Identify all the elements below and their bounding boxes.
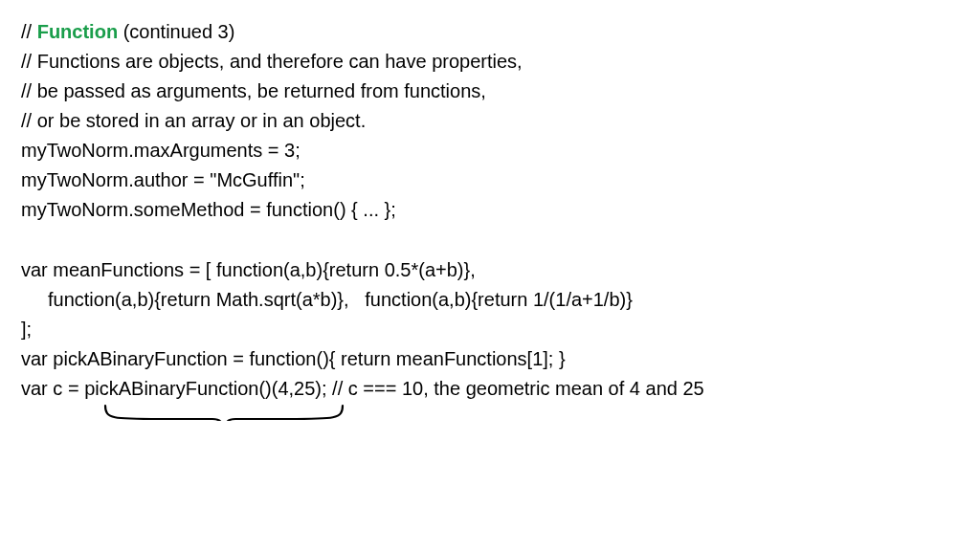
code-line-10: ];	[21, 315, 959, 344]
code-line-7: myTwoNorm.someMethod = function() { ... …	[21, 195, 959, 225]
code-line-4: // or be stored in an array or in an obj…	[21, 106, 959, 136]
comment-suffix: (continued 3)	[118, 21, 234, 42]
curly-brace-icon	[103, 404, 345, 421]
code-line-9: function(a,b){return Math.sqrt(a*b)}, fu…	[21, 285, 959, 315]
code-line-12: var c = pickABinaryFunction()(4,25); // …	[21, 374, 959, 404]
code-line-8: var meanFunctions = [ function(a,b){retu…	[21, 255, 959, 285]
code-line-2: // Functions are objects, and therefore …	[21, 47, 959, 77]
code-line-11: var pickABinaryFunction = function(){ re…	[21, 344, 959, 374]
code-line-3: // be passed as arguments, be returned f…	[21, 77, 959, 106]
code-line-6: myTwoNorm.author = "McGuffin";	[21, 165, 959, 195]
blank-line	[21, 225, 959, 255]
keyword-function: Function	[37, 21, 118, 42]
code-line-5: myTwoNorm.maxArguments = 3;	[21, 136, 959, 165]
code-line-1: // Function (continued 3)	[21, 17, 959, 47]
comment-prefix: //	[21, 21, 37, 42]
